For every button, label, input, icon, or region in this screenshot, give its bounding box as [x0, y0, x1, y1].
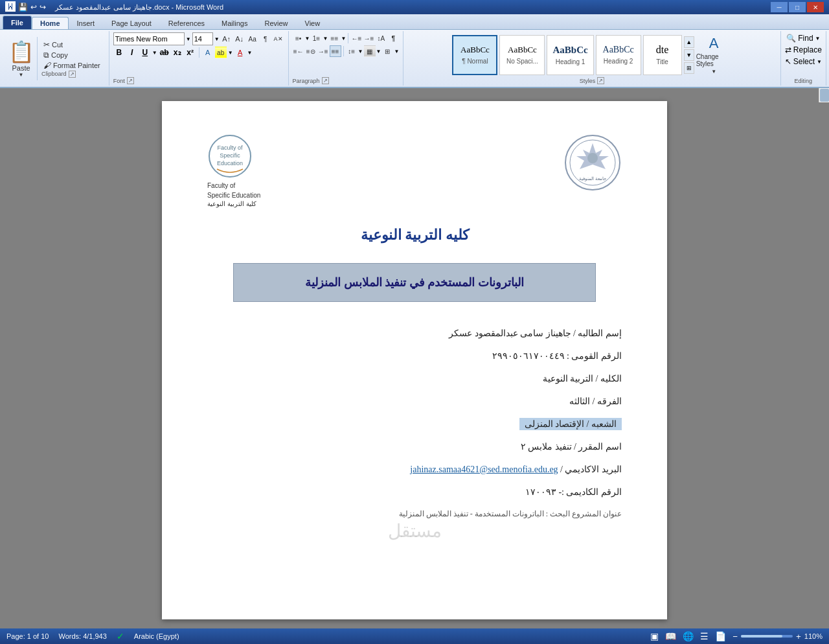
styles-scroll-down-button[interactable]: ▼ [684, 49, 694, 61]
borders-dropdown[interactable]: ▼ [394, 49, 399, 54]
tab-mailings[interactable]: Mailings [213, 17, 256, 29]
multilevel-dropdown[interactable]: ▼ [341, 36, 346, 41]
replace-button[interactable]: ⇄ Replace [785, 44, 822, 56]
print-layout-button[interactable]: ▣ [650, 631, 659, 641]
increase-indent-button[interactable]: →≡ [363, 32, 374, 44]
tab-references[interactable]: References [160, 17, 213, 29]
font-name-selector[interactable] [113, 32, 185, 45]
minimize-button[interactable]: ─ [771, 2, 788, 12]
university-logo-area: جامعة المنوفية [563, 133, 622, 194]
clear-format-button[interactable]: Aa [247, 33, 258, 45]
highlight-button[interactable]: ab [215, 47, 227, 58]
find-button[interactable]: 🔍 Find ▼ [786, 32, 820, 44]
align-right-button[interactable]: →≡ [317, 45, 329, 57]
highlight-dropdown[interactable]: ▼ [228, 50, 233, 56]
page-info: Page: 1 of 10 [6, 632, 49, 640]
line-spacing-button[interactable]: ↕≡ [346, 45, 358, 57]
find-dropdown[interactable]: ▼ [815, 36, 821, 41]
bullets-dropdown[interactable]: ▼ [305, 36, 310, 41]
font-name-dropdown-icon[interactable]: ▼ [186, 36, 191, 42]
zoom-out-button[interactable]: − [732, 632, 738, 641]
decrease-font-button[interactable]: A↓ [234, 33, 245, 45]
zoom-level: 110% [804, 632, 823, 640]
style-normal-box[interactable]: AaBbCc ¶ Normal [452, 35, 497, 75]
sort-button[interactable]: ↕A [375, 32, 387, 44]
paste-dropdown-icon[interactable]: ▼ [19, 72, 24, 78]
copy-button[interactable]: ⧉ Copy [41, 50, 102, 60]
cut-label: Cut [52, 41, 63, 49]
change-styles-dropdown[interactable]: ▼ [711, 69, 716, 75]
maximize-button[interactable]: □ [789, 2, 806, 12]
web-layout-button[interactable]: 🌐 [683, 631, 694, 641]
font-size-selector[interactable] [192, 32, 213, 45]
clear-all-button[interactable]: A✕ [273, 33, 284, 45]
italic-button[interactable]: I [126, 47, 138, 58]
tab-insert[interactable]: Insert [69, 17, 104, 29]
email-link[interactable]: jahinaz.samaa4621@sed.menofia.edu.eg [410, 465, 558, 474]
clipboard-expand-icon[interactable]: ↗ [69, 71, 76, 78]
tab-page-layout[interactable]: Page Layout [103, 17, 160, 29]
outline-button[interactable]: ☰ [700, 631, 709, 641]
tab-review[interactable]: Review [256, 17, 296, 29]
email-label: البريد الاكاديمي / [558, 465, 622, 474]
align-left-button[interactable]: ≡← [293, 45, 304, 57]
styles-more-button[interactable]: ⊞ [684, 62, 694, 74]
para-row-1: ≡• ▼ 1≡ ▼ ≡≡ ▼ ←≡ →≡ ↕A ¶ [293, 32, 400, 44]
show-formatting-button[interactable]: ¶ [260, 33, 271, 45]
font-color-button[interactable]: A [234, 47, 246, 58]
bold-button[interactable]: B [113, 47, 125, 58]
numbering-button[interactable]: 1≡ [311, 32, 323, 44]
underline-button[interactable]: U [139, 47, 151, 58]
justify-button[interactable]: ≡≡ [330, 45, 341, 57]
shading-dropdown[interactable]: ▼ [376, 49, 381, 54]
select-dropdown[interactable]: ▼ [817, 59, 822, 65]
increase-font-button[interactable]: A↑ [221, 33, 233, 45]
numbering-dropdown[interactable]: ▼ [323, 36, 328, 41]
zoom-in-button[interactable]: + [796, 632, 801, 641]
style-nospace-box[interactable]: AaBbCc No Spaci... [499, 35, 545, 75]
line-spacing-dropdown[interactable]: ▼ [358, 49, 363, 54]
superscript-button[interactable]: x² [185, 47, 196, 58]
quick-access-undo[interactable]: ↩ [30, 3, 37, 12]
format-painter-button[interactable]: 🖌 Format Painter [41, 60, 102, 71]
borders-button[interactable]: ⊞ [381, 45, 393, 57]
style-title-box[interactable]: dte Title [643, 35, 682, 75]
font-expand-icon[interactable]: ↗ [127, 77, 134, 84]
font-size-dropdown-icon[interactable]: ▼ [214, 36, 220, 42]
styles-expand-icon[interactable]: ↗ [597, 77, 604, 84]
tab-home[interactable]: Home [32, 17, 69, 29]
close-button[interactable]: ✕ [807, 2, 824, 12]
quick-access-redo[interactable]: ↪ [40, 3, 46, 12]
scrollbar-thumb[interactable] [820, 89, 829, 102]
text-effects-button[interactable]: A [202, 47, 214, 58]
select-button[interactable]: ↖ Select ▼ [785, 56, 822, 67]
student-name-row: إسم الطالبه / جاهيناز سامى عبدالمقصود عس… [207, 328, 622, 339]
full-reading-button[interactable]: 📖 [665, 631, 676, 641]
quick-access-save[interactable]: 💾 [18, 3, 28, 12]
underline-dropdown[interactable]: ▼ [152, 50, 157, 56]
scrollbar-vertical[interactable] [819, 88, 829, 102]
font-color-dropdown[interactable]: ▼ [247, 50, 253, 56]
subscript-button[interactable]: x₂ [172, 47, 183, 58]
shading-button[interactable]: ▦ [364, 45, 376, 57]
svg-text:Specific: Specific [220, 152, 240, 159]
draft-button[interactable]: 📄 [715, 631, 726, 641]
tab-file[interactable]: File [3, 16, 32, 29]
para-expand-icon[interactable]: ↗ [322, 77, 329, 84]
editing-label-row: Editing [795, 78, 813, 84]
style-h1-box[interactable]: AaBbCc Heading 1 [547, 35, 593, 75]
decrease-indent-button[interactable]: ←≡ [350, 32, 362, 44]
style-h2-box[interactable]: AaBbCc Heading 2 [596, 35, 641, 75]
multilevel-button[interactable]: ≡≡ [328, 32, 340, 44]
paste-button[interactable]: 📋 Paste ▼ [5, 37, 38, 80]
tab-view[interactable]: View [297, 17, 329, 29]
strikethrough-button[interactable]: ab [159, 47, 170, 58]
font-group: ▼ ▼ A↑ A↓ Aa ¶ A✕ B I U ▼ ab x₂ x² A ab … [109, 31, 289, 86]
bullets-button[interactable]: ≡• [293, 32, 304, 44]
change-styles-button[interactable]: A Change Styles ▼ [696, 35, 732, 75]
zoom-slider[interactable] [741, 635, 793, 638]
align-center-button[interactable]: ≡⊝ [305, 45, 317, 57]
show-marks-button[interactable]: ¶ [387, 32, 399, 44]
styles-scroll-up-button[interactable]: ▲ [684, 36, 694, 48]
cut-button[interactable]: ✂ Cut [41, 40, 102, 50]
